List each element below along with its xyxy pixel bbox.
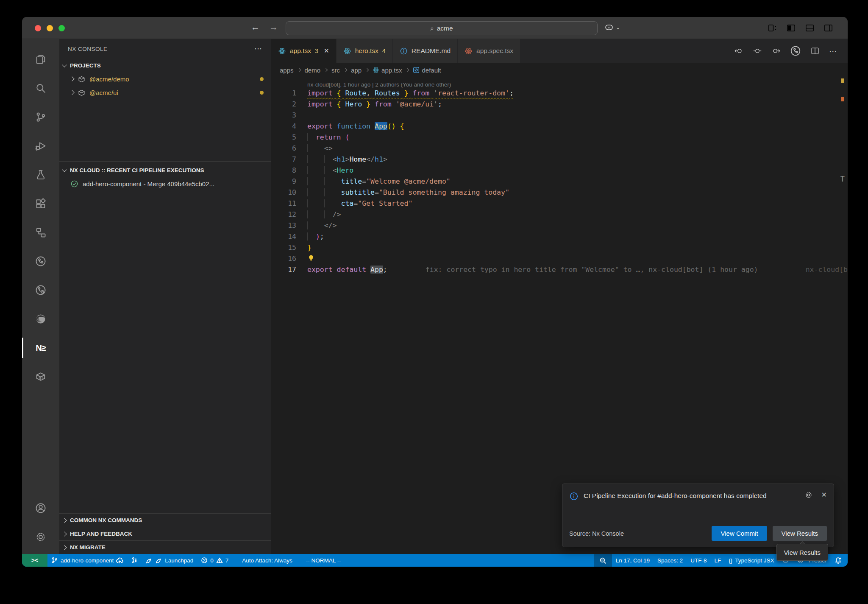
code-line[interactable]: 9 title="Welcome @acme/demo" [271, 176, 848, 187]
code-line[interactable]: 17export default App;fix: correct typo i… [271, 264, 848, 275]
view-results-button[interactable]: View Results [773, 526, 827, 541]
breadcrumb-item[interactable]: apps [280, 67, 294, 74]
breadcrumb-item-file[interactable]: app.tsx [373, 67, 402, 74]
command-center-search[interactable]: ⌕ acme [286, 21, 598, 35]
current-change-icon[interactable] [753, 46, 762, 56]
indentation-item[interactable]: Spaces: 2 [654, 554, 687, 567]
encoding-item[interactable]: UTF-8 [687, 554, 710, 567]
tab-readme-md[interactable]: README.md [393, 39, 458, 63]
code-token: h1 [375, 155, 383, 163]
sidebar-item-source-control[interactable] [22, 103, 59, 131]
git-branch-item[interactable]: add-hero-component [47, 554, 127, 567]
toggle-primary-sidebar-icon[interactable] [786, 23, 796, 33]
gear-icon[interactable] [804, 491, 813, 499]
tab-hero-tsx[interactable]: hero.tsx 4 [337, 39, 393, 63]
chevron-down-icon: ⌄ [616, 25, 620, 31]
projects-section-header[interactable]: PROJECTS [59, 59, 271, 72]
code-line[interactable]: 3 [271, 110, 848, 121]
minimize-window-button[interactable] [47, 25, 53, 31]
close-icon[interactable]: ✕ [324, 47, 329, 55]
blame-codelens[interactable]: nx-cloud[bot], 1 hour ago | 2 authors (Y… [271, 77, 848, 88]
account-button[interactable] [22, 494, 59, 523]
sidebar-item-explorer[interactable] [22, 45, 59, 74]
sidebar-item-testing[interactable] [22, 160, 59, 189]
sidebar-item-nx-project-graph[interactable] [22, 218, 59, 247]
language-mode-item[interactable]: {} TypeScript JSX [725, 554, 778, 567]
chevron-right-icon [62, 518, 67, 523]
code-line[interactable]: 6 <> [271, 143, 848, 154]
sidebar-item-gitlens[interactable] [22, 247, 59, 276]
run-pipeline-icon[interactable] [790, 45, 801, 56]
sidebar-item-nx-console[interactable]: N≥ [22, 333, 59, 362]
section-help-and-feedback[interactable]: HELP AND FEEDBACK [59, 527, 271, 540]
tab-app-spec-tsx[interactable]: app.spec.tsx [458, 39, 520, 63]
modified-dot-icon [260, 91, 264, 95]
nav-back-icon[interactable] [734, 46, 743, 56]
sidebar-item-gitlens-inspect[interactable] [22, 276, 59, 305]
code-line[interactable]: 4export function App() { [271, 121, 848, 132]
view-commit-button[interactable]: View Commit [712, 526, 767, 541]
section-common-nx-commands[interactable]: COMMON NX COMMANDS [59, 513, 271, 527]
code-line[interactable]: 8 <Hero [271, 165, 848, 176]
settings-button[interactable] [22, 523, 59, 551]
breadcrumb-item-symbol[interactable]: default [413, 67, 441, 74]
more-actions-icon[interactable]: ⋯ [829, 46, 837, 56]
maximize-window-button[interactable] [58, 25, 65, 31]
sidebar-more-actions-icon[interactable]: ⋯ [254, 44, 263, 53]
code-line[interactable]: 12 /> [271, 209, 848, 220]
code-line[interactable]: 15} [271, 242, 848, 253]
copilot-menu[interactable]: ⌄ [604, 22, 620, 33]
nav-forward-icon[interactable] [771, 46, 781, 56]
breadcrumb-item[interactable]: src [331, 67, 340, 74]
close-window-button[interactable] [35, 25, 41, 31]
pipeline-execution-item[interactable]: add-hero-component - Merge 409b44e5cb02.… [59, 177, 271, 190]
code-token [370, 100, 375, 108]
sidebar-item-run-debug[interactable] [22, 131, 59, 160]
code-token [341, 133, 345, 141]
eol-item[interactable]: LF [710, 554, 725, 567]
project-item-acme-ui[interactable]: @acme/ui [59, 86, 271, 99]
toggle-panel-icon[interactable] [805, 23, 815, 33]
split-editor-icon[interactable] [810, 46, 820, 56]
code-line[interactable]: 13 </> [271, 220, 848, 231]
remote-indicator[interactable]: >< [22, 554, 47, 567]
history-back-icon[interactable]: ← [251, 22, 260, 32]
code-line[interactable]: 2import { Hero } from '@acme/ui'; [271, 99, 848, 110]
edge-browser-icon [35, 313, 47, 325]
notifications-bell[interactable] [831, 554, 848, 567]
auto-attach-item[interactable]: Auto Attach: Always [238, 554, 296, 567]
project-item-acme-demo[interactable]: @acme/demo [59, 72, 271, 86]
breadcrumb-item[interactable]: demo [305, 67, 321, 74]
tab-app-tsx[interactable]: app.tsx 3 ✕ [271, 39, 337, 63]
launchpad-item[interactable]: Launchpad [142, 554, 197, 567]
code-line[interactable]: 7 <h1>Home</h1> [271, 154, 848, 165]
section-nx-migrate[interactable]: NX MIGRATE [59, 540, 271, 554]
vim-mode-item[interactable]: -- NORMAL -- [302, 554, 345, 567]
code-line[interactable]: 11 cta="Get Started" [271, 198, 848, 209]
breadcrumb-item[interactable]: app [351, 67, 362, 74]
code-line[interactable]: 16 [271, 253, 848, 264]
code-line[interactable]: 14 ); [271, 231, 848, 242]
history-forward-icon[interactable]: → [269, 22, 278, 32]
problems-item[interactable]: 0 7 [197, 554, 232, 567]
cursor-position-item[interactable]: Ln 17, Col 19 [612, 554, 654, 567]
sidebar-item-search[interactable] [22, 74, 59, 103]
toggle-secondary-sidebar-icon[interactable] [823, 23, 833, 33]
sidebar-item-containers[interactable] [22, 362, 59, 391]
search-value: acme [437, 25, 453, 32]
code-token: '@acme/ui' [396, 100, 438, 108]
sidebar-item-extensions[interactable] [22, 189, 59, 218]
lightbulb-icon[interactable] [307, 254, 315, 262]
nx-cloud-section-header[interactable]: NX CLOUD :: RECENT CI PIPELINE EXECUTION… [59, 163, 271, 177]
code-editor[interactable]: nx-cloud[bot], 1 hour ago | 2 authors (Y… [271, 77, 848, 554]
sidebar-item-edge-browser[interactable] [22, 305, 59, 333]
code-line[interactable]: 1import { Route, Routes } from 'react-ro… [271, 88, 848, 99]
commit-graph-item[interactable] [127, 554, 142, 567]
code-line[interactable]: 10 subtitle="Build something amazing tod… [271, 187, 848, 198]
encoding-label: UTF-8 [690, 557, 707, 564]
zoom-indicator[interactable] [594, 554, 612, 567]
close-icon[interactable]: ✕ [821, 491, 827, 499]
code-line[interactable]: 5 return ( [271, 132, 848, 143]
customize-layout-icon[interactable] [768, 23, 777, 33]
code-token: > [383, 155, 387, 163]
